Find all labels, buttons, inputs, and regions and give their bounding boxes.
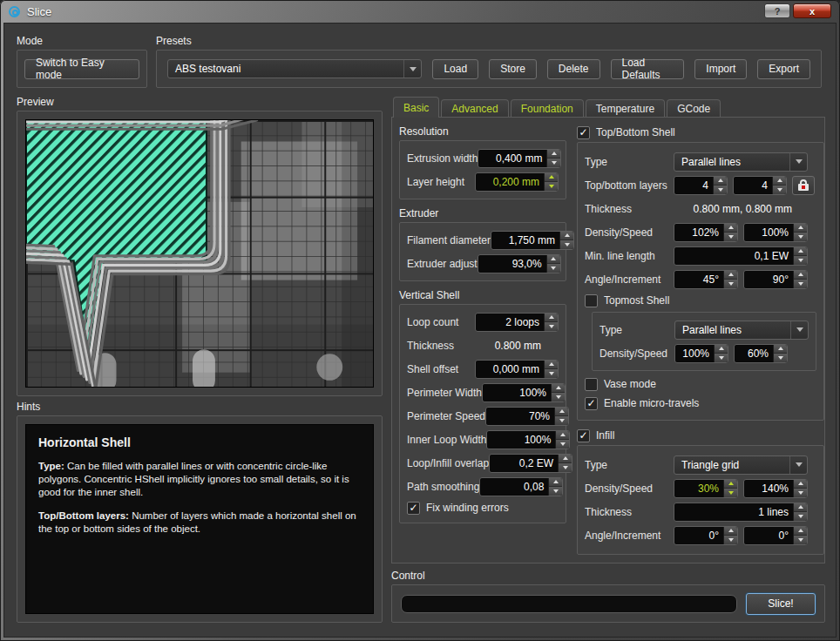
spin-up-button[interactable] (794, 527, 807, 536)
lock-layers-button[interactable] (792, 176, 815, 195)
filament-diameter-spinbox[interactable]: 1,750 mm (491, 231, 574, 250)
spin-down-button[interactable] (724, 233, 737, 241)
layer-height-spinbox[interactable]: 0,200 mm (475, 172, 559, 192)
load-defaults-button[interactable]: Load Defaults (611, 59, 685, 79)
infill-speed-spinbox[interactable]: 140% (743, 479, 808, 498)
tab-basic[interactable]: Basic (393, 97, 439, 118)
infill-thickness-spinbox[interactable]: 1 lines (674, 503, 808, 522)
spin-down-button[interactable] (724, 536, 737, 544)
infill-density-spinbox[interactable]: 30% (674, 479, 738, 498)
titlebar[interactable]: Slice ? x (0, 0, 840, 23)
spin-down-button[interactable] (545, 369, 558, 378)
loop-count-spinbox[interactable]: 2 loops (475, 313, 559, 332)
spin-down-button[interactable] (794, 512, 807, 521)
vase-mode-checkbox[interactable] (585, 378, 598, 391)
shell-offset-spinbox[interactable]: 0,000 mm (475, 360, 559, 379)
spin-up-button[interactable] (794, 224, 807, 233)
spin-up-button[interactable] (724, 480, 737, 489)
spin-up-button[interactable] (547, 150, 560, 159)
spin-down-button[interactable] (714, 186, 727, 194)
spin-down-button[interactable] (549, 487, 562, 496)
load-button[interactable]: Load (432, 59, 478, 79)
switch-to-easy-mode-button[interactable]: Switch to Easy mode (24, 59, 139, 79)
slice-button[interactable]: Slice! (746, 593, 816, 615)
tab-advanced[interactable]: Advanced (441, 99, 508, 118)
spin-up-button[interactable] (724, 271, 737, 280)
tab-gcode[interactable]: GCode (667, 99, 721, 118)
topmost-speed-spinbox[interactable]: 60% (734, 344, 788, 363)
help-button[interactable]: ? (764, 3, 790, 18)
topmost-type-combobox[interactable]: Parallel lines (674, 320, 809, 340)
extrusion-width-spinbox[interactable]: 0,400 mm (478, 149, 561, 168)
spin-down-button[interactable] (560, 240, 573, 249)
spin-down-button[interactable] (559, 463, 572, 472)
extruder-adjust-spinbox[interactable]: 93,0% (478, 254, 561, 273)
spin-up-button[interactable] (714, 177, 727, 186)
spin-up-button[interactable] (794, 503, 807, 513)
spin-down-button[interactable] (556, 440, 569, 449)
spin-down-button[interactable] (555, 416, 568, 425)
spin-down-button[interactable] (724, 280, 737, 288)
tbs-type-combobox[interactable]: Parallel lines (674, 152, 808, 172)
spin-up-button[interactable] (794, 247, 807, 257)
store-button[interactable]: Store (489, 59, 537, 79)
spin-up-button[interactable] (724, 224, 737, 233)
spin-up-button[interactable] (552, 384, 565, 394)
tbs-angle-spinbox[interactable]: 45° (674, 270, 738, 289)
delete-button[interactable]: Delete (547, 59, 600, 79)
min-line-length-spinbox[interactable]: 0,1 EW (674, 246, 808, 266)
bottom-layers-spinbox[interactable]: 4 (733, 176, 787, 195)
infill-type-combobox[interactable]: Triangle grid (674, 455, 808, 475)
spin-up-button[interactable] (545, 173, 558, 183)
enable-micro-travels-checkbox[interactable] (585, 397, 598, 410)
spin-up-button[interactable] (560, 232, 573, 241)
infill-checkbox[interactable] (577, 429, 590, 442)
spin-down-button[interactable] (794, 536, 807, 544)
preview-3d-render[interactable] (25, 119, 374, 388)
spin-up-button[interactable] (547, 255, 560, 265)
tab-temperature[interactable]: Temperature (586, 99, 665, 118)
spin-up-button[interactable] (559, 455, 572, 464)
infill-angle-spinbox[interactable]: 0° (674, 526, 738, 545)
spin-down-button[interactable] (774, 354, 787, 362)
topmost-shell-checkbox[interactable] (585, 294, 598, 307)
loop-infill-overlap-spinbox[interactable]: 0,2 EW (489, 454, 572, 473)
spin-down-button[interactable] (545, 322, 558, 331)
spin-up-button[interactable] (545, 314, 558, 323)
spin-up-button[interactable] (794, 271, 807, 280)
spin-down-button[interactable] (773, 186, 786, 194)
spin-down-button[interactable] (715, 354, 728, 362)
spin-up-button[interactable] (724, 527, 737, 536)
spin-down-button[interactable] (794, 280, 807, 288)
tab-foundation[interactable]: Foundation (511, 99, 584, 118)
spin-up-button[interactable] (556, 431, 569, 441)
spin-down-button[interactable] (794, 256, 807, 265)
inner-loop-width-spinbox[interactable]: 100% (486, 430, 570, 449)
import-button[interactable]: Import (694, 59, 747, 79)
spin-up-button[interactable] (715, 345, 728, 354)
tbs-density-spinbox[interactable]: 102% (674, 223, 738, 242)
top-layers-spinbox[interactable]: 4 (674, 176, 728, 195)
path-smoothing-spinbox[interactable]: 0,08 (479, 477, 563, 496)
spin-down-button[interactable] (552, 393, 565, 401)
tbs-speed-spinbox[interactable]: 100% (743, 223, 808, 242)
export-button[interactable]: Export (757, 59, 810, 79)
top-bottom-shell-checkbox[interactable] (577, 126, 590, 139)
spin-up-button[interactable] (549, 478, 562, 488)
spin-up-button[interactable] (774, 345, 787, 354)
perimeter-speed-spinbox[interactable]: 70% (485, 407, 569, 426)
spin-down-button[interactable] (547, 264, 560, 273)
spin-down-button[interactable] (724, 489, 737, 497)
spin-down-button[interactable] (794, 489, 807, 497)
spin-up-button[interactable] (545, 361, 558, 370)
spin-up-button[interactable] (773, 177, 786, 186)
spin-down-button[interactable] (545, 182, 558, 191)
perimeter-width-spinbox[interactable]: 100% (482, 383, 566, 402)
infill-increment-spinbox[interactable]: 0° (743, 526, 808, 545)
spin-down-button[interactable] (547, 159, 560, 167)
spin-down-button[interactable] (794, 233, 807, 241)
close-button[interactable]: x (793, 3, 831, 18)
tbs-increment-spinbox[interactable]: 90° (743, 270, 808, 289)
spin-up-button[interactable] (555, 408, 568, 417)
presets-combobox[interactable]: ABS testovani (167, 59, 422, 78)
